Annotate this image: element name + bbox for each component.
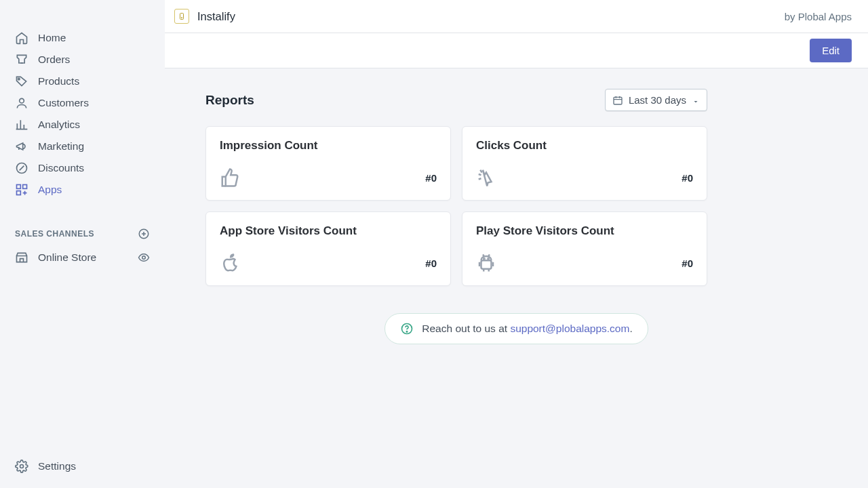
- svg-point-7: [142, 256, 146, 260]
- sales-channels-header: SALES CHANNELS: [0, 222, 165, 245]
- card-title: Impression Count: [220, 139, 437, 152]
- apps-icon: [15, 183, 28, 197]
- by-label: by Plobal Apps: [785, 11, 852, 22]
- home-icon: [15, 31, 28, 45]
- svg-rect-10: [614, 97, 622, 104]
- edit-button[interactable]: Edit: [810, 39, 852, 62]
- card-clicks-count: Clicks Count #0: [462, 126, 707, 201]
- date-range-label: Last 30 days: [629, 94, 686, 106]
- nav-list: Home Orders Products Customers Analytics: [0, 27, 165, 201]
- svg-point-0: [18, 78, 20, 80]
- sidebar: Home Orders Products Customers Analytics: [0, 0, 165, 488]
- apple-icon: [220, 253, 240, 273]
- app-title: Instalify: [197, 10, 235, 23]
- svg-rect-3: [17, 185, 21, 189]
- nav-label: Orders: [38, 54, 70, 66]
- channel-label: Online Store: [38, 251, 96, 264]
- thumbs-up-icon: [220, 167, 240, 188]
- nav-analytics[interactable]: Analytics: [0, 114, 165, 136]
- svg-rect-4: [23, 185, 27, 189]
- main: Instalify by Plobal Apps Edit Reports La…: [165, 0, 868, 488]
- calendar-icon: [612, 95, 623, 106]
- channel-online-store[interactable]: Online Store: [0, 245, 165, 270]
- card-title: App Store Visitors Count: [220, 224, 437, 238]
- nav-marketing[interactable]: Marketing: [0, 136, 165, 157]
- support-pill: Reach out to us at support@plobalapps.co…: [266, 313, 768, 344]
- svg-point-1: [20, 98, 24, 103]
- svg-point-15: [407, 331, 408, 332]
- edit-bar: Edit: [165, 33, 868, 68]
- user-icon: [15, 96, 28, 110]
- gear-icon: [15, 460, 28, 473]
- nav-label: Analytics: [38, 119, 80, 131]
- card-value: #0: [682, 258, 693, 269]
- nav-label: Products: [38, 75, 79, 87]
- support-message: Reach out to us at support@plobalapps.co…: [384, 313, 648, 344]
- android-icon: [476, 253, 496, 273]
- date-range-select[interactable]: Last 30 days: [605, 89, 707, 111]
- card-value: #0: [425, 172, 437, 184]
- megaphone-icon: [15, 140, 28, 153]
- svg-rect-9: [180, 14, 184, 20]
- chevron-down-icon: [692, 96, 700, 104]
- svg-point-8: [20, 465, 24, 468]
- reports-title: Reports: [205, 93, 254, 108]
- nav-products[interactable]: Products: [0, 70, 165, 92]
- discount-icon: [15, 161, 28, 175]
- card-title: Play Store Visitors Count: [476, 224, 693, 238]
- card-impression-count: Impression Count #0: [205, 126, 451, 201]
- reports-header: Reports Last 30 days: [205, 89, 707, 111]
- nav-discounts[interactable]: Discounts: [0, 157, 165, 179]
- support-prefix: Reach out to us at: [422, 323, 510, 334]
- card-title: Clicks Count: [476, 139, 693, 152]
- settings-label: Settings: [38, 460, 76, 472]
- nav-settings[interactable]: Settings: [0, 454, 165, 488]
- svg-rect-5: [17, 191, 21, 195]
- nav-label: Discounts: [38, 162, 84, 174]
- nav-label: Apps: [38, 184, 62, 196]
- svg-point-13: [488, 258, 489, 260]
- store-icon: [15, 251, 28, 264]
- nav-label: Marketing: [38, 140, 84, 152]
- card-value: #0: [682, 172, 693, 184]
- nav-label: Customers: [38, 97, 89, 109]
- add-channel-icon[interactable]: [138, 228, 150, 240]
- app-icon: [174, 9, 189, 24]
- svg-point-12: [484, 258, 485, 260]
- svg-rect-11: [481, 260, 492, 269]
- eye-icon[interactable]: [138, 251, 150, 264]
- nav-apps[interactable]: Apps: [0, 179, 165, 201]
- nav-home[interactable]: Home: [0, 27, 165, 49]
- support-text: Reach out to us at support@plobalapps.co…: [422, 323, 632, 335]
- analytics-icon: [15, 118, 28, 131]
- orders-icon: [15, 53, 28, 66]
- support-email-link[interactable]: support@plobalapps.com: [510, 323, 629, 334]
- topbar: Instalify by Plobal Apps: [165, 0, 868, 33]
- card-app-store-visitors: App Store Visitors Count #0: [205, 211, 451, 286]
- nav-label: Home: [38, 32, 66, 44]
- card-play-store-visitors: Play Store Visitors Count #0: [462, 211, 707, 286]
- support-suffix: .: [629, 323, 632, 334]
- nav-customers[interactable]: Customers: [0, 92, 165, 114]
- card-value: #0: [425, 258, 437, 269]
- reports-grid: Impression Count #0 Clicks Count #0: [205, 126, 707, 286]
- help-icon: [400, 322, 414, 336]
- tag-icon: [15, 75, 28, 88]
- nav-orders[interactable]: Orders: [0, 49, 165, 70]
- cursor-click-icon: [476, 167, 496, 188]
- content: Reports Last 30 days Impression Count #0: [165, 68, 868, 365]
- sales-channels-label: SALES CHANNELS: [15, 229, 94, 239]
